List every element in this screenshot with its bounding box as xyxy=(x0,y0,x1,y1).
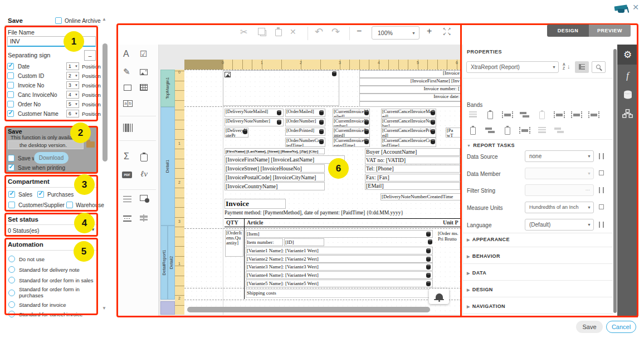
report-field[interactable]: Buyer [AccountName] xyxy=(365,148,460,156)
band-icon-page-footer[interactable] xyxy=(467,126,479,135)
section-navigation[interactable]: ▶NAVIGATION xyxy=(467,303,505,309)
automation-radio-do-not-use[interactable] xyxy=(8,256,15,262)
binding-bars-icon[interactable] xyxy=(599,153,604,159)
invoice-title-field[interactable]: Invoice xyxy=(225,199,286,209)
notification-card[interactable] xyxy=(429,288,449,304)
band-icon-report-footer[interactable] xyxy=(588,110,600,119)
automation-radio-invoice[interactable] xyxy=(8,301,15,308)
variante1-field[interactable]: [Variante1 Name]: [Variante1 Wert] xyxy=(246,247,433,254)
copy-icon[interactable] xyxy=(260,30,266,36)
separating-sign-input[interactable]: _ xyxy=(84,50,96,61)
item-field[interactable]: [Item] xyxy=(246,230,433,238)
status-select-value[interactable]: 0 Status(es) xyxy=(8,227,40,234)
redo-icon[interactable]: ↷ xyxy=(331,26,340,38)
report-field[interactable]: [DeliveryNoteMailed] xyxy=(225,109,284,117)
customer-name-position-select[interactable]: 6▼ xyxy=(66,110,79,117)
automation-radio-delivery-note[interactable] xyxy=(8,266,15,273)
report-field[interactable]: [Pa wT xyxy=(446,128,461,138)
field-list-tab-tile[interactable] xyxy=(617,85,638,105)
paste-icon[interactable] xyxy=(275,29,282,36)
section-data[interactable]: ▶DATA xyxy=(467,270,486,276)
report-field[interactable]: [OrderNumberCreatedTime] xyxy=(285,138,325,147)
page-info-tool-icon[interactable] xyxy=(140,195,148,201)
report-field[interactable]: Invoice number: [ xyxy=(359,86,461,94)
band-detail1[interactable]: Detail1 xyxy=(160,107,175,226)
zoom-out-icon[interactable]: − xyxy=(357,26,362,36)
scroll-up-icon[interactable]: ▲ xyxy=(102,17,106,22)
close-icon[interactable]: × xyxy=(630,1,641,14)
automation-radio-cancel-invoice[interactable] xyxy=(8,311,15,317)
zoom-in-icon[interactable]: + xyxy=(427,26,432,36)
tab-preview[interactable]: PREVIEW xyxy=(589,25,631,37)
section-appearance[interactable]: ▶APPEARANCE xyxy=(467,237,510,242)
band-icon-vertical-total[interactable] xyxy=(519,126,531,135)
richtext-tool-icon[interactable]: ✎ xyxy=(123,67,130,77)
report-field[interactable] xyxy=(359,101,461,107)
folder-icon[interactable] xyxy=(86,141,95,148)
report-field[interactable]: [DeliveryNotePr xyxy=(225,128,248,138)
band-bottom-margin[interactable] xyxy=(160,301,175,315)
binding-square-icon[interactable] xyxy=(599,204,604,209)
online-archive-checkbox[interactable] xyxy=(55,17,62,24)
spacing-tool-icon[interactable] xyxy=(140,214,148,222)
report-field[interactable]: [CurrentCancelInvoiceMailed] xyxy=(381,109,436,117)
save-button[interactable]: Save xyxy=(576,321,603,333)
section-design[interactable]: ▶DESIGN xyxy=(467,287,493,292)
measure-units-select[interactable]: Hundredths of an Inch▼ xyxy=(525,202,594,213)
checkbox-tool-icon[interactable]: ☑ xyxy=(140,49,147,59)
zoom-level-select[interactable]: 100% ▼ xyxy=(372,26,419,40)
invoice-no-checkbox[interactable] xyxy=(7,82,14,89)
report-field[interactable]: [CurrentInvoiceNumber] xyxy=(333,118,370,127)
item-id-field[interactable]: [ID] xyxy=(284,238,324,246)
report-field[interactable]: [OrderMailed] xyxy=(285,109,325,117)
order-no-checkbox[interactable] xyxy=(7,101,14,107)
left-scrollbar-thumb[interactable] xyxy=(103,43,108,161)
report-field[interactable]: [InvoiceStreet] [InvoiceHouseNo] xyxy=(225,164,325,173)
band-top-margin[interactable]: TopMargin1 xyxy=(160,70,175,107)
purchases-checkbox[interactable] xyxy=(37,191,44,198)
report-field[interactable]: [CurrentCancelInvoicePrinted] xyxy=(381,128,436,138)
report-field[interactable]: [InvoiceCountryName] xyxy=(225,182,325,190)
invoice-no-position-select[interactable]: 3▼ xyxy=(66,81,79,89)
report-field[interactable]: Fax: [Fax] xyxy=(365,174,460,182)
report-field[interactable]: [InvoiceFirstName] [InvoiceLastName] xyxy=(225,155,345,164)
band-icon-bottom-margin[interactable] xyxy=(536,126,548,135)
tab-design[interactable]: DESIGN xyxy=(547,25,589,37)
save-when-printing-checkbox[interactable] xyxy=(8,164,14,171)
language-select[interactable]: (Default)▼ xyxy=(525,219,594,231)
pdf-content-tool-icon[interactable]: PDF xyxy=(122,172,132,178)
band-icon-group-header[interactable] xyxy=(519,110,531,119)
report-tasks-header[interactable]: ▼REPORT TASKS xyxy=(467,143,515,148)
download-button[interactable]: Download xyxy=(34,152,69,164)
undo-icon[interactable]: ↶ xyxy=(315,26,323,38)
report-field[interactable]: [OrderNumber] xyxy=(285,118,325,126)
sort-az-icon[interactable]: A Z ↓ xyxy=(563,62,572,72)
custom-id-checkbox[interactable] xyxy=(7,72,14,79)
delete-icon[interactable]: ✕ xyxy=(290,27,296,36)
item-number-label-field[interactable]: Item number: xyxy=(246,238,283,246)
report-field[interactable]: [CurrentInvoiceCreatedTime] xyxy=(333,138,370,147)
customer-supplier-checkbox[interactable] xyxy=(8,202,15,208)
report-field[interactable]: Tel: [Phone] xyxy=(365,165,460,173)
section-behavior[interactable]: ▶BEHAVIOR xyxy=(467,253,500,259)
report-field[interactable]: [Invoice xyxy=(359,70,461,78)
canc-invoiceno-position-select[interactable]: 4▼ xyxy=(66,91,79,99)
label-tool-icon[interactable]: A xyxy=(123,49,129,59)
qty-cell-field[interactable]: [OrderItems.Quantity] xyxy=(225,230,243,257)
report-field[interactable]: [CurrentCancelInvoiceCreatedTime] xyxy=(381,138,436,147)
file-name-input[interactable] xyxy=(7,36,96,47)
clipboard-tool-icon[interactable] xyxy=(140,154,148,161)
price-column-field[interactable]: [Order ms.Pri Brutto xyxy=(438,231,461,242)
category-view-button[interactable] xyxy=(575,61,589,73)
variante3-field[interactable]: [Variante3 Name]: [Variante3 Wert] xyxy=(246,263,433,271)
report-field[interactable]: [EMail] xyxy=(365,182,460,190)
filter-string-input[interactable]: ... xyxy=(525,184,594,196)
summary-tool-icon[interactable]: Σ xyxy=(124,151,129,161)
data-member-select[interactable]: ▼ xyxy=(525,168,594,179)
logo-placeholder-box[interactable] xyxy=(223,70,339,106)
report-field[interactable]: [InvoiceFirstName] [Inv xyxy=(359,78,461,86)
shipping-costs-field[interactable]: Shipping costs xyxy=(246,289,433,298)
report-field[interactable]: VAT no: [VATID] xyxy=(365,156,460,164)
band-icon-page-header[interactable] xyxy=(501,110,514,119)
band-icon-report-header[interactable] xyxy=(484,110,496,119)
